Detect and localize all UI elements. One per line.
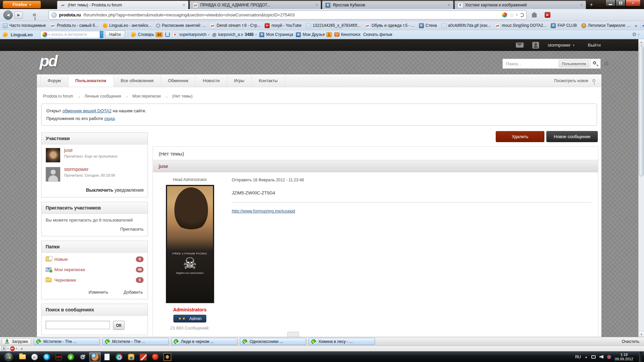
bookmark-dendi-stream[interactable]: pdDendi stream т.9 - Стр...	[210, 23, 260, 28]
marker-icon[interactable]	[592, 79, 595, 82]
bookmark-schedule[interactable]: Расписание занятий: ...	[156, 23, 206, 28]
bookmark-shoes[interactable]: pdОбувь и одежда т.5 - ...	[365, 23, 415, 28]
firefox-menu-button[interactable]: Firefox ▾	[3, 1, 41, 8]
scrapbook-icon[interactable]: S	[2, 347, 6, 351]
mail-account-button[interactable]: @ karpovich_a.v 3485 ▾	[212, 32, 257, 37]
scrollbar-thumb[interactable]	[639, 46, 644, 176]
tab-close-icon[interactable]: ×	[448, 3, 450, 7]
key-icon[interactable]	[33, 13, 36, 16]
tab-close-icon[interactable]: ×	[580, 3, 583, 7]
breadcrumb-messages[interactable]: Личные сообщения	[85, 94, 121, 99]
nav-forum[interactable]: Форум	[40, 74, 68, 87]
breadcrumb-home[interactable]: Prodota.ru forum	[43, 94, 73, 99]
message-search-input[interactable]	[46, 321, 110, 329]
vk-friends-button[interactable]: B Мои Друзья 1	[296, 32, 331, 37]
language-indicator[interactable]: RU	[575, 355, 581, 359]
nav-exchange[interactable]: Обменник	[161, 74, 196, 87]
url-bar[interactable]: prodota.ru /forum/index.php?app=members&…	[49, 10, 527, 19]
download-item[interactable]: Люди в черном ...	[171, 338, 237, 345]
refresh-icon[interactable]	[520, 13, 524, 17]
google-icon[interactable]	[42, 32, 47, 37]
tab-image-hosting[interactable]: K Хостинг картинок и изображений ×	[454, 1, 586, 9]
suggestions-link[interactable]: сюда	[104, 116, 115, 121]
exchange-link[interactable]: обменник вещей DOTA2	[62, 108, 112, 113]
folder-new[interactable]: Новые 0	[42, 254, 148, 264]
bookmark-fap-club[interactable]: BFAP CLUB	[551, 23, 577, 28]
download-movie-button[interactable]: Скачать фильм	[363, 32, 392, 37]
dictionary-button[interactable]: Словарь 84	[131, 32, 163, 37]
start-button[interactable]	[4, 352, 13, 362]
nav-updates[interactable]: Все обновления	[114, 74, 161, 87]
nav-contacts[interactable]: Контакты	[252, 74, 285, 87]
chevron-down-icon[interactable]: ▾	[7, 347, 9, 350]
taskbar-dota2[interactable]	[138, 352, 149, 362]
bookmarks-overflow-icon[interactable]: »	[635, 23, 637, 28]
gmail-account-button[interactable]: M superkarpovich ▾	[172, 32, 209, 37]
search-submit-button[interactable]	[590, 59, 601, 69]
new-message-button[interactable]: Новое сообщение	[546, 131, 598, 142]
new-tab-button[interactable]: +	[587, 1, 596, 8]
lingualeo-brand[interactable]: LinguaLeo	[11, 32, 33, 37]
bookmark-lingualeo[interactable]: LinguaLeo - английск...	[103, 23, 152, 28]
folder-drafts[interactable]: Черновики 0	[42, 275, 148, 285]
book-icon[interactable]	[165, 33, 170, 37]
search-settings-icon[interactable]: ⚙	[604, 60, 609, 67]
maximize-button[interactable]	[615, 0, 626, 6]
toolbar-search-box[interactable]: ▾	[40, 31, 100, 38]
volume-icon[interactable]	[599, 355, 603, 359]
tab-prodota-topic[interactable]: pd (Нет темы) - Prodota.ru forum ×	[57, 1, 189, 9]
home-icon[interactable]	[532, 14, 537, 17]
download-item[interactable]: Одноклассники ...	[240, 338, 306, 345]
avatar[interactable]	[46, 148, 60, 163]
signature-link[interactable]: http://www.formspring.me/jusepd	[232, 208, 295, 214]
delete-button[interactable]: Удалить	[496, 131, 544, 142]
minimize-button[interactable]	[605, 0, 615, 6]
taskbar-warcraft3[interactable]	[162, 352, 173, 362]
taskbar-utorrent[interactable]: µ	[65, 352, 76, 362]
bookmark-frequent[interactable]: Часто посещаемые	[3, 23, 46, 28]
taskbar-media-player[interactable]: ▶	[29, 352, 40, 362]
logout-link[interactable]: Выйти	[588, 43, 601, 48]
forum-search-box[interactable]: Пользователи	[502, 59, 590, 69]
forum-search-input[interactable]	[506, 61, 557, 66]
member-link[interactable]: juse	[64, 148, 117, 153]
nav-news[interactable]: Новости	[196, 74, 227, 87]
avatar[interactable]	[46, 167, 60, 182]
back-button[interactable]: ◀	[3, 10, 13, 20]
search-scope-button[interactable]: Пользователи	[559, 60, 589, 67]
scroll-up-icon[interactable]: ▲	[639, 39, 644, 45]
edit-folders-link[interactable]: Изменить	[89, 290, 108, 295]
tray-expand-icon[interactable]: ▲	[585, 355, 588, 359]
download-item[interactable]: Мстители - The ...	[34, 338, 100, 345]
taskbar-skype[interactable]: S	[41, 352, 52, 362]
downloads-button[interactable]: Загрузки	[2, 338, 31, 345]
tray-app-icon[interactable]	[607, 355, 611, 359]
bookmark-tamriel[interactable]: Летописи Тамриэля: ...	[581, 23, 631, 28]
find-button[interactable]: Найти	[105, 31, 125, 39]
user-menu[interactable]: stormpower ▾	[548, 43, 574, 48]
add-folder-link[interactable]: Добавить	[124, 290, 143, 295]
bookmark-gif[interactable]: a0c4d90fc7da.gif (изо...	[441, 23, 491, 28]
nav-users[interactable]: Пользователи	[68, 74, 114, 87]
vk-page-button[interactable]: B Моя Страница	[259, 32, 293, 37]
page-scrollbar[interactable]: ▲ ▼	[638, 39, 644, 337]
breadcrumb-conversations[interactable]: Мои переписки	[132, 94, 161, 99]
forward-button[interactable]: ▶	[14, 11, 23, 19]
bookmark-singsing[interactable]: pdmouz.SingSing DOTA2...	[495, 23, 546, 28]
taskbar-notepad[interactable]	[101, 352, 113, 362]
search-ok-button[interactable]: ОК	[113, 321, 124, 330]
member-link[interactable]: stormpower	[64, 167, 115, 172]
search-engine-dropdown-icon[interactable]: ▾	[49, 33, 50, 36]
toolbar-search-input[interactable]	[51, 32, 98, 37]
view-new-link[interactable]: Посмотреть новое	[554, 78, 588, 83]
invite-link[interactable]: Пригласить	[42, 225, 148, 236]
video-download-addon-icon[interactable]: ▶	[545, 12, 550, 18]
post-author-bar[interactable]: juse	[153, 160, 598, 172]
bookmark-vk-wall[interactable]: BСтена	[419, 23, 437, 28]
mute-notifications-link[interactable]: Выключить уведомления	[42, 183, 148, 197]
taskbar-game[interactable]	[125, 352, 137, 362]
bookmark-prodota[interactable]: pdProdota.ru - самый б...	[50, 23, 98, 28]
scroll-down-icon[interactable]: ▼	[639, 331, 644, 337]
tab-close-icon[interactable]: ×	[315, 3, 318, 7]
addonbar-close-icon[interactable]: x	[21, 347, 23, 351]
